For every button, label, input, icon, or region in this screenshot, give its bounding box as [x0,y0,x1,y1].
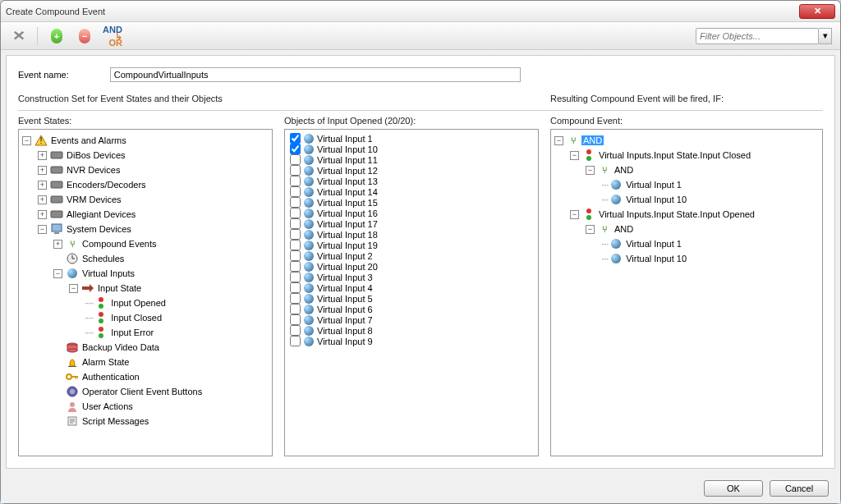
expand-icon[interactable]: + [38,166,47,175]
tree-item-input-state[interactable]: − Input State [69,281,269,296]
collapse-icon[interactable]: − [53,269,62,278]
object-checkbox[interactable] [290,272,301,282]
collapse-icon[interactable]: − [22,136,31,145]
tree-item[interactable]: Authentication [53,369,269,384]
collapse-icon[interactable]: − [570,151,579,160]
tree-item[interactable]: + Encoders/Decoders [38,177,269,192]
object-checkbox[interactable] [290,186,301,197]
tree-root[interactable]: − ! Events and Alarms [22,133,269,148]
object-checkbox-row[interactable]: Virtual Input 5 [288,293,535,304]
object-checkbox[interactable] [290,165,301,176]
object-checkbox-row[interactable]: Virtual Input 7 [288,314,535,325]
tree-item[interactable]: ····· Input Error [85,325,269,340]
tree-item[interactable]: − Virtual Inputs.Input State.Input Opene… [570,207,819,222]
tree-item-virtual-inputs[interactable]: − Virtual Inputs [53,266,269,281]
expand-icon[interactable]: + [53,240,62,249]
tree-leaf[interactable]: ···· Virtual Input 10 [601,192,819,207]
object-checkbox[interactable] [290,144,301,154]
and-or-toggle-button[interactable]: AND ↳ OR [103,27,122,45]
filter-dropdown-button[interactable]: ▾ [819,28,832,44]
tree-item[interactable]: + DiBos Devices [38,148,269,163]
object-checkbox-row[interactable]: Virtual Input 14 [288,186,535,197]
object-checkbox[interactable] [290,208,301,218]
expand-icon[interactable]: + [38,195,47,204]
collapse-icon[interactable]: − [586,166,595,175]
tree-item[interactable]: + ⑂ Compound Events [53,236,269,251]
object-checkbox-row[interactable]: Virtual Input 18 [288,229,535,240]
object-checkbox[interactable] [290,218,301,229]
object-checkbox[interactable] [290,304,301,314]
close-button[interactable]: ✕ [799,4,835,19]
object-checkbox[interactable] [290,197,301,208]
tree-leaf[interactable]: ···· Virtual Input 10 [601,251,819,266]
compound-event-tree[interactable]: − ⑂ AND − Virtual Inputs.Input State.Inp… [550,129,823,456]
collapse-icon[interactable]: − [570,210,579,219]
tree-item[interactable]: Backup Video Data [53,340,269,355]
object-checkbox-row[interactable]: Virtual Input 13 [288,176,535,186]
cancel-edit-button[interactable]: ✕ [9,27,27,45]
tree-item[interactable]: User Actions [53,399,269,414]
tree-item[interactable]: ····· Input Opened [85,296,269,310]
object-checkbox-row[interactable]: Virtual Input 10 [288,144,535,154]
tree-item[interactable]: + NVR Devices [38,163,269,177]
filter-input[interactable] [696,31,817,41]
object-checkbox[interactable] [290,261,301,272]
object-checkbox-row[interactable]: Virtual Input 6 [288,304,535,314]
event-states-tree[interactable]: − ! Events and Alarms + DiBos Devices [18,129,273,456]
object-checkbox-row[interactable]: Virtual Input 3 [288,272,535,282]
object-checkbox[interactable] [290,154,301,165]
collapse-icon[interactable]: − [586,225,595,234]
tree-item[interactable]: + VRM Devices [38,192,269,207]
tree-leaf[interactable]: ···· Virtual Input 1 [601,236,819,251]
object-checkbox[interactable] [290,240,301,250]
tree-item[interactable]: Script Messages [53,414,269,428]
object-checkbox[interactable] [290,293,301,304]
tree-item[interactable]: Schedules [53,251,269,266]
tree-item[interactable]: Operator Client Event Buttons [53,384,269,399]
object-checkbox-row[interactable]: Virtual Input 19 [288,240,535,250]
object-checkbox-row[interactable]: Virtual Input 20 [288,261,535,272]
object-label: Virtual Input 11 [317,155,378,165]
object-checkbox[interactable] [290,325,301,336]
tree-root-and[interactable]: − ⑂ AND [554,133,819,148]
remove-condition-button[interactable]: − [76,27,94,45]
objects-list[interactable]: Virtual Input 1Virtual Input 10Virtual I… [284,129,539,456]
object-checkbox[interactable] [290,176,301,186]
ok-button[interactable]: OK [704,480,763,497]
collapse-icon[interactable]: − [554,136,563,145]
tree-item[interactable]: − Virtual Inputs.Input State.Input Close… [570,148,819,163]
object-checkbox-row[interactable]: Virtual Input 8 [288,325,535,336]
tree-item-and[interactable]: − ⑂ AND [586,222,819,236]
cancel-button[interactable]: Cancel [770,480,829,497]
object-checkbox-row[interactable]: Virtual Input 12 [288,165,535,176]
expand-icon[interactable]: + [38,151,47,160]
object-checkbox-row[interactable]: Virtual Input 1 [288,133,535,144]
object-checkbox-row[interactable]: Virtual Input 9 [288,336,535,346]
object-checkbox[interactable] [290,133,301,144]
object-checkbox[interactable] [290,314,301,325]
collapse-icon[interactable]: − [69,284,78,293]
object-checkbox[interactable] [290,250,301,261]
tree-item-and[interactable]: − ⑂ AND [586,163,819,177]
tree-item-system-devices[interactable]: − System Devices [38,222,269,236]
expand-icon[interactable]: + [38,210,47,219]
tree-item[interactable]: ····· Input Closed [85,310,269,325]
filter-objects-field[interactable]: 🔍 [696,28,819,44]
object-checkbox[interactable] [290,229,301,240]
tree-leaf[interactable]: ···· Virtual Input 1 [601,177,819,192]
object-checkbox-row[interactable]: Virtual Input 16 [288,208,535,218]
tree-item[interactable]: Alarm State [53,355,269,369]
object-checkbox[interactable] [290,282,301,293]
expand-icon[interactable]: + [38,181,47,190]
object-checkbox[interactable] [290,336,301,346]
object-checkbox-row[interactable]: Virtual Input 11 [288,154,535,165]
tree-item[interactable]: + Allegiant Devices [38,207,269,222]
object-label: Virtual Input 8 [317,326,373,336]
event-name-input[interactable] [110,67,521,82]
object-checkbox-row[interactable]: Virtual Input 15 [288,197,535,208]
collapse-icon[interactable]: − [38,225,47,234]
object-checkbox-row[interactable]: Virtual Input 4 [288,282,535,293]
add-condition-button[interactable]: + [48,27,66,45]
object-checkbox-row[interactable]: Virtual Input 2 [288,250,535,261]
object-checkbox-row[interactable]: Virtual Input 17 [288,218,535,229]
